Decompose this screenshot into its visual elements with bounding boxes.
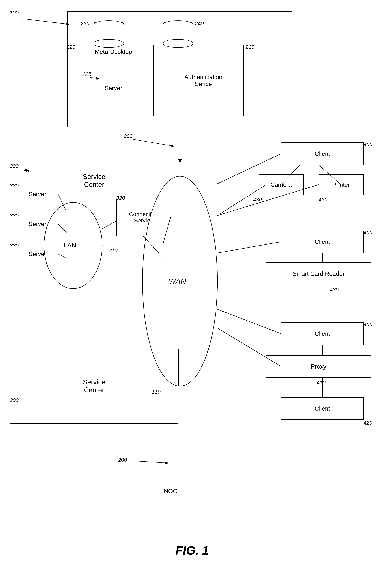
server-a-label: Server bbox=[29, 191, 46, 198]
noc-bot-box: NOC bbox=[105, 463, 236, 519]
camera-box: Camera bbox=[259, 174, 303, 195]
client-a-box: Client bbox=[281, 143, 364, 165]
ref-200-top: 200 bbox=[124, 133, 133, 139]
auth-service-label: Authentication Serice bbox=[184, 74, 222, 87]
client-b-box: Client bbox=[281, 231, 364, 253]
ref-320: 320 bbox=[116, 195, 125, 201]
client-d-box: Client bbox=[281, 397, 364, 420]
svg-marker-3 bbox=[178, 159, 182, 163]
server-c-box: Server bbox=[17, 244, 58, 264]
ref-240: 240 bbox=[195, 21, 204, 27]
ref-230: 230 bbox=[81, 21, 89, 27]
svg-line-35 bbox=[135, 461, 169, 463]
ref-330b: 330 bbox=[10, 213, 19, 219]
ref-400c: 400 bbox=[364, 321, 372, 327]
ref-410: 410 bbox=[317, 379, 325, 386]
smart-card-label: Smart Card Reader bbox=[293, 270, 344, 277]
db-240-box: DB bbox=[163, 22, 193, 49]
svg-line-4 bbox=[129, 139, 174, 146]
connection-service-box: Connection Service bbox=[116, 199, 171, 236]
meta-desktop-box: Meta-Desktop Server bbox=[73, 45, 154, 116]
ref-200-bot: 200 bbox=[118, 457, 127, 463]
ref-210: 210 bbox=[245, 44, 254, 50]
db-230-label: DB bbox=[104, 32, 113, 39]
ref-400a: 400 bbox=[364, 142, 372, 147]
client-b-label: Client bbox=[315, 238, 330, 245]
service-center-bot-box: Service Center bbox=[10, 349, 178, 424]
noc-bot-label: NOC bbox=[164, 488, 177, 495]
camera-label: Camera bbox=[270, 181, 292, 188]
client-c-box: Client bbox=[281, 322, 364, 345]
client-d-label: Client bbox=[315, 405, 330, 412]
ref-430a: 430 bbox=[253, 197, 262, 203]
ref-100: 100 bbox=[10, 10, 19, 16]
ref-300-top: 300 bbox=[10, 163, 19, 169]
svg-marker-5 bbox=[171, 144, 174, 147]
client-c-label: Client bbox=[315, 330, 330, 337]
db-240-label: DB bbox=[174, 32, 182, 39]
svg-line-25 bbox=[217, 242, 281, 253]
ref-225: 225 bbox=[82, 71, 91, 77]
server-b-box: Server bbox=[17, 214, 58, 234]
ref-400b: 400 bbox=[364, 230, 372, 236]
proxy-label: Proxy bbox=[311, 363, 326, 370]
diagram: 100 NOC DB 230 DB 240 Meta-Desktop Serve… bbox=[0, 0, 384, 588]
ref-420: 420 bbox=[364, 420, 372, 426]
printer-box: Printer bbox=[319, 174, 364, 195]
proxy-box: Proxy bbox=[266, 355, 371, 378]
server-b-label: Server bbox=[29, 221, 46, 228]
printer-label: Printer bbox=[332, 181, 350, 188]
svg-line-26 bbox=[217, 309, 281, 334]
ref-310: 310 bbox=[109, 247, 118, 253]
fig-label: FIG. 1 bbox=[131, 544, 253, 557]
server-a-box: Server bbox=[17, 184, 58, 204]
service-center-bot-label: Service Center bbox=[83, 378, 105, 394]
ref-430b: 430 bbox=[319, 197, 327, 203]
server-inner-label: Server bbox=[104, 85, 122, 92]
ref-430c: 430 bbox=[330, 287, 339, 293]
svg-line-0 bbox=[22, 19, 69, 24]
server-inner-box: Server bbox=[95, 79, 132, 98]
auth-service-box: Authentication Serice bbox=[163, 45, 244, 116]
server-c-label: Server bbox=[29, 251, 46, 257]
db-230-box: DB bbox=[94, 22, 124, 49]
ref-330a: 330 bbox=[10, 183, 19, 189]
ref-220: 220 bbox=[66, 44, 75, 50]
client-a-label: Client bbox=[315, 150, 330, 157]
ref-300-bot: 300 bbox=[10, 397, 19, 403]
ref-330c: 330 bbox=[10, 243, 19, 249]
meta-desktop-label: Meta-Desktop bbox=[73, 48, 153, 55]
connection-service-label: Connection Service bbox=[129, 211, 158, 224]
smart-card-box: Smart Card Reader bbox=[266, 262, 371, 285]
